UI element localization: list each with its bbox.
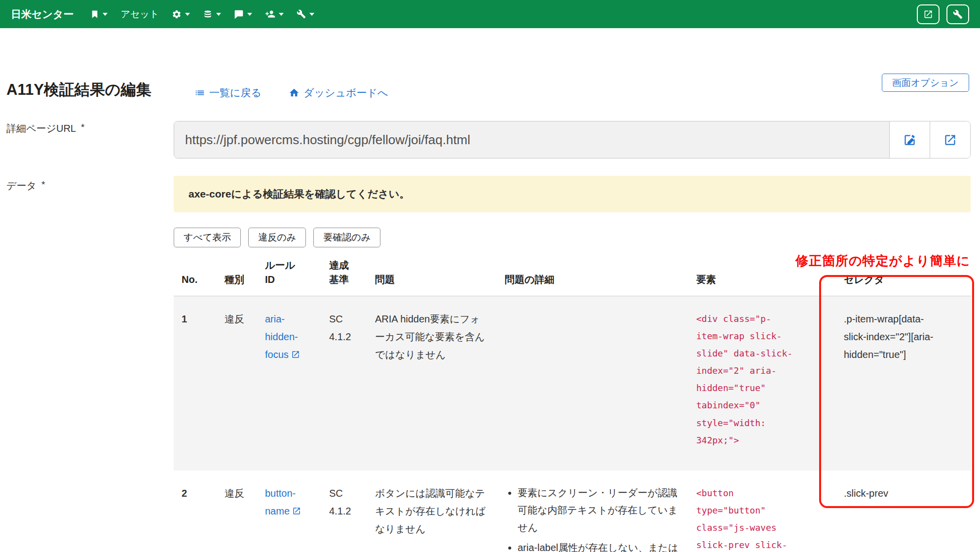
site-name-link[interactable]: 日米センター — [11, 7, 74, 21]
dashboard-link[interactable]: ダッシュボードへ — [289, 86, 388, 100]
external-link-icon — [292, 507, 301, 515]
cell-element: <button type="button" class="js-waves sl… — [688, 471, 836, 552]
home-icon — [289, 87, 300, 98]
cell-no: 1 — [174, 296, 217, 471]
cell-problem-detail — [497, 296, 688, 471]
table-header-row: No. 種別 ルール ID 達成 基準 問題 問題の詳細 要素 セレクタ — [174, 258, 971, 296]
settings-menu[interactable] — [172, 9, 190, 19]
cell-rule-id: aria-hidden-focus — [257, 296, 321, 471]
header-selector: セレクタ — [836, 258, 971, 296]
filter-violations-button[interactable]: 違反のみ — [248, 228, 306, 247]
chat-icon — [234, 9, 244, 19]
view-site-button[interactable] — [917, 4, 940, 24]
assets-menu-label: アセット — [120, 8, 159, 21]
external-link-icon — [943, 133, 957, 147]
cell-type: 違反 — [217, 296, 257, 471]
external-link-icon — [291, 350, 300, 359]
cell-problem-detail: 要素にスクリーン・リーダーが認識可能な内部テキストが存在していません aria-… — [497, 471, 688, 552]
open-in-new-icon — [923, 9, 933, 19]
open-url-button[interactable] — [930, 121, 970, 158]
caret-down-icon — [185, 13, 190, 16]
bookmark-icon — [90, 10, 99, 19]
required-mark: * — [41, 179, 45, 190]
header-type: 種別 — [217, 258, 257, 296]
filter-show-all-button[interactable]: すべて表示 — [174, 228, 241, 247]
filter-button-group: すべて表示 違反のみ 要確認のみ — [174, 228, 380, 247]
filter-review-button[interactable]: 要確認のみ — [313, 228, 380, 247]
wrench-icon — [953, 9, 963, 19]
system-tools-button[interactable] — [946, 4, 969, 24]
data-label-text: データ — [6, 179, 37, 193]
cell-selector: .slick-prev — [836, 471, 971, 552]
members-menu[interactable] — [265, 9, 284, 19]
edit-icon — [903, 133, 916, 147]
edit-url-button[interactable] — [889, 121, 930, 158]
header-problem: 問題 — [367, 258, 497, 296]
caret-down-icon — [247, 13, 252, 16]
back-to-list-label: 一覧に戻る — [209, 86, 262, 100]
rule-id-text: button-name — [265, 488, 296, 516]
cell-problem: ARIA hidden要素にフォーカス可能な要素を含んではなりません — [367, 296, 497, 471]
cell-type: 違反 — [217, 471, 257, 552]
top-bar-actions — [917, 4, 969, 24]
cell-selector: .p-item-wrap[data- slick-index="2"][aria… — [836, 296, 971, 471]
database-menu[interactable] — [203, 9, 221, 19]
problem-detail-list: 要素にスクリーン・リーダーが認識可能な内部テキストが存在していません aria-… — [505, 484, 680, 552]
url-input-group — [174, 121, 971, 158]
tools-menu[interactable] — [297, 9, 314, 19]
header-criterion: 達成 基準 — [321, 258, 367, 296]
back-to-list-link[interactable]: 一覧に戻る — [194, 86, 262, 100]
comments-menu[interactable] — [234, 9, 252, 19]
page-title: A11Y検証結果の編集 — [6, 79, 151, 100]
list-icon — [194, 87, 205, 98]
user-add-icon — [265, 9, 275, 19]
url-field-label: 詳細ページURL * — [6, 122, 84, 135]
axe-core-notice: axe-coreによる検証結果を確認してください。 — [174, 176, 971, 212]
element-code: <div class="p- item-wrap slick- slide" d… — [696, 310, 828, 449]
caret-down-icon — [279, 13, 284, 16]
cell-element: <div class="p- item-wrap slick- slide" d… — [688, 296, 836, 471]
header-problem-detail: 問題の詳細 — [497, 258, 688, 296]
header-element: 要素 — [688, 258, 836, 296]
caret-down-icon — [309, 13, 314, 16]
database-icon — [203, 9, 213, 19]
problem-detail-item: aria-label属性が存在しない、または空です — [518, 539, 680, 552]
required-mark: * — [81, 122, 84, 133]
top-nav: 日米センター アセット — [11, 7, 314, 21]
cell-criterion: SC 4.1.2 — [321, 296, 367, 471]
data-field-label: データ * — [6, 179, 45, 193]
admin-top-bar: 日米センター アセット — [0, 0, 980, 28]
header-rule-id: ルール ID — [257, 258, 321, 296]
url-label-text: 詳細ページURL — [6, 122, 76, 135]
element-code: <button type="button" class="js-waves sl… — [696, 484, 828, 552]
a11y-results-table: No. 種別 ルール ID 達成 基準 問題 問題の詳細 要素 セレクタ 1 違… — [174, 258, 971, 552]
rule-id-link[interactable]: button-name — [265, 488, 301, 516]
cell-rule-id: button-name — [257, 471, 321, 552]
cell-problem: ボタンには認識可能なテキストが存在しなければなりません — [367, 471, 497, 552]
bookmark-menu[interactable] — [90, 10, 108, 19]
assets-menu[interactable]: アセット — [120, 8, 159, 21]
screen-options-button[interactable]: 画面オプション — [882, 74, 969, 92]
problem-detail-item: 要素にスクリーン・リーダーが認識可能な内部テキストが存在していません — [518, 484, 680, 536]
wrench-icon — [297, 9, 306, 19]
table-row: 2 違反 button-name SC 4.1.2 ボタンには認識可能なテキスト… — [174, 471, 971, 552]
caret-down-icon — [103, 13, 108, 16]
cell-criterion: SC 4.1.2 — [321, 471, 367, 552]
rule-id-link[interactable]: aria-hidden-focus — [265, 314, 300, 360]
dashboard-label: ダッシュボードへ — [303, 86, 388, 100]
detail-url-input[interactable] — [174, 121, 889, 158]
caret-down-icon — [216, 13, 221, 16]
header-no: No. — [174, 258, 217, 296]
cell-no: 2 — [174, 471, 217, 552]
table-row: 1 違反 aria-hidden-focus SC 4.1.2 ARIA hid… — [174, 296, 971, 471]
gear-icon — [172, 9, 182, 19]
